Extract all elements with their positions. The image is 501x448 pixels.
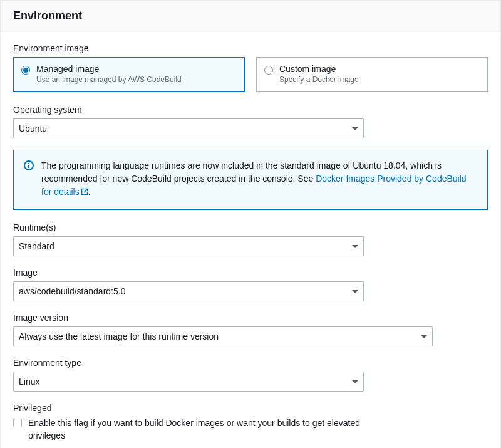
operating-system-select[interactable]: Ubuntu xyxy=(13,118,364,138)
svg-rect-1 xyxy=(28,165,29,168)
privileged-checkbox-label: Enable this flag if you want to build Do… xyxy=(28,417,366,442)
managed-image-desc: Use an image managed by AWS CodeBuild xyxy=(36,75,182,84)
radio-icon xyxy=(21,66,30,75)
panel-title: Environment xyxy=(13,9,488,23)
runtime-select[interactable]: Standard xyxy=(13,236,364,256)
image-version-label: Image version xyxy=(13,313,488,323)
panel-body: Environment image Managed image Use an i… xyxy=(1,33,500,448)
operating-system-group: Operating system Ubuntu xyxy=(13,105,488,138)
image-group: Image aws/codebuild/standard:5.0 xyxy=(13,268,488,301)
environment-type-value: Linux xyxy=(19,377,39,387)
chevron-down-icon xyxy=(352,245,358,248)
info-icon xyxy=(24,160,34,199)
privileged-group: Privileged Enable this flag if you want … xyxy=(13,403,488,442)
info-alert: The programming language runtimes are no… xyxy=(13,150,488,210)
managed-image-title: Managed image xyxy=(36,64,182,74)
environment-type-label: Environment type xyxy=(13,358,488,368)
external-link-icon xyxy=(81,186,88,199)
svg-rect-2 xyxy=(28,163,29,164)
chevron-down-icon xyxy=(352,380,358,383)
privileged-label: Privileged xyxy=(13,403,488,413)
chevron-down-icon xyxy=(352,127,358,130)
environment-type-group: Environment type Linux xyxy=(13,358,488,392)
managed-image-card[interactable]: Managed image Use an image managed by AW… xyxy=(13,57,245,92)
info-text: The programming language runtimes are no… xyxy=(41,159,477,199)
chevron-down-icon xyxy=(352,290,358,293)
info-text-after: . xyxy=(88,187,91,197)
runtime-group: Runtime(s) Standard xyxy=(13,222,488,256)
environment-image-label: Environment image xyxy=(13,43,488,53)
operating-system-value: Ubuntu xyxy=(19,123,47,133)
environment-panel: Environment Environment image Managed im… xyxy=(0,0,501,448)
chevron-down-icon xyxy=(421,335,427,338)
environment-image-group: Environment image Managed image Use an i… xyxy=(13,43,488,92)
panel-header: Environment xyxy=(1,1,500,33)
operating-system-label: Operating system xyxy=(13,105,488,115)
privileged-checkbox-row: Enable this flag if you want to build Do… xyxy=(13,417,488,442)
radio-icon xyxy=(264,66,273,75)
runtime-value: Standard xyxy=(19,241,54,251)
image-value: aws/codebuild/standard:5.0 xyxy=(19,286,125,296)
environment-type-select[interactable]: Linux xyxy=(13,372,364,392)
privileged-checkbox[interactable] xyxy=(13,419,22,427)
image-version-group: Image version Always use the latest imag… xyxy=(13,313,488,346)
image-version-value: Always use the latest image for this run… xyxy=(19,331,219,341)
image-select[interactable]: aws/codebuild/standard:5.0 xyxy=(13,281,364,301)
environment-image-options: Managed image Use an image managed by AW… xyxy=(13,57,488,92)
custom-image-desc: Specify a Docker image xyxy=(279,75,359,84)
custom-image-card[interactable]: Custom image Specify a Docker image xyxy=(256,57,488,92)
image-version-select[interactable]: Always use the latest image for this run… xyxy=(13,326,433,346)
runtime-label: Runtime(s) xyxy=(13,222,488,232)
custom-image-title: Custom image xyxy=(279,64,359,74)
image-label: Image xyxy=(13,268,488,278)
